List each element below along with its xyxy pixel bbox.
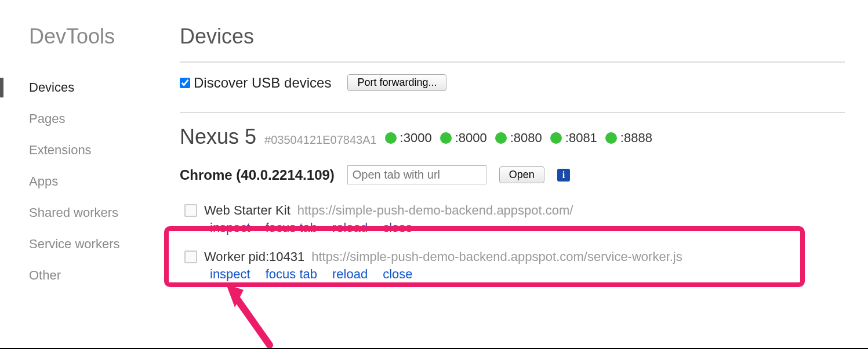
sidebar-item-other[interactable]: Other [29,260,145,291]
port-label: :8080 [510,130,542,146]
target-title: Web Starter Kit [204,203,290,218]
device-header: Nexus 5 #03504121E07843A1 :3000 :8000 :8… [180,125,845,149]
port-8081: :8081 [550,130,597,146]
inspect-link[interactable]: inspect [210,267,250,282]
content: Devices Discover USB devices Port forwar… [157,17,868,348]
open-button[interactable]: Open [499,166,544,183]
options-row: Discover USB devices Port forwarding... [180,74,845,91]
target-checkbox[interactable] [184,251,197,263]
focus-tab-link[interactable]: focus tab [266,220,317,235]
sidebar: DevTools Devices Pages Extensions Apps S… [0,17,157,348]
port-label: :3000 [400,130,432,146]
sidebar-item-devices[interactable]: Devices [29,72,145,103]
target-title: Worker pid:10431 [204,249,304,264]
port-label: :8888 [620,130,652,146]
port-label: :8000 [455,130,487,146]
port-3000: :3000 [385,130,432,146]
logo: DevTools [29,24,145,49]
port-8080: :8080 [495,130,542,146]
device-id: #03504121E07843A1 [264,133,377,147]
sidebar-item-service-workers[interactable]: Service workers [29,228,145,260]
browser-label: Chrome (40.0.2214.109) [180,167,335,183]
divider [180,112,845,113]
target-url: https://simple-push-demo-backend.appspot… [311,249,682,264]
status-dot-icon [495,132,507,144]
info-icon[interactable]: i [557,169,570,182]
browser-row: Chrome (40.0.2214.109) Open i [180,165,845,184]
reload-link[interactable]: reload [332,267,368,282]
port-label: :8081 [565,130,597,146]
sidebar-item-pages[interactable]: Pages [29,103,145,135]
target-web-starter-kit: Web Starter Kit https://simple-push-demo… [180,197,845,241]
discover-usb-label: Discover USB devices [194,75,331,91]
sidebar-item-extensions[interactable]: Extensions [29,135,145,166]
close-link[interactable]: close [383,267,412,282]
discover-usb-checkbox-wrap[interactable]: Discover USB devices [180,75,331,91]
status-dot-icon [440,132,452,144]
reload-link[interactable]: reload [332,220,368,235]
port-8888: :8888 [605,130,652,146]
status-dot-icon [605,132,617,144]
target-worker: Worker pid:10431 https://simple-push-dem… [180,244,845,288]
target-checkbox[interactable] [184,204,197,217]
page-title: Devices [180,24,845,49]
device-name: Nexus 5 [180,125,256,149]
status-dot-icon [550,132,562,144]
sidebar-item-apps[interactable]: Apps [29,166,145,197]
status-dot-icon [385,132,397,144]
open-tab-url-input[interactable] [347,165,486,184]
divider [180,61,845,63]
port-forwarding-button[interactable]: Port forwarding... [347,74,446,91]
sidebar-item-shared-workers[interactable]: Shared workers [29,197,145,228]
port-8000: :8000 [440,130,487,146]
target-url: https://simple-push-demo-backend.appspot… [297,203,573,218]
focus-tab-link[interactable]: focus tab [266,267,317,282]
discover-usb-checkbox[interactable] [180,78,190,88]
inspect-link[interactable]: inspect [210,220,250,235]
close-link[interactable]: close [383,220,412,235]
